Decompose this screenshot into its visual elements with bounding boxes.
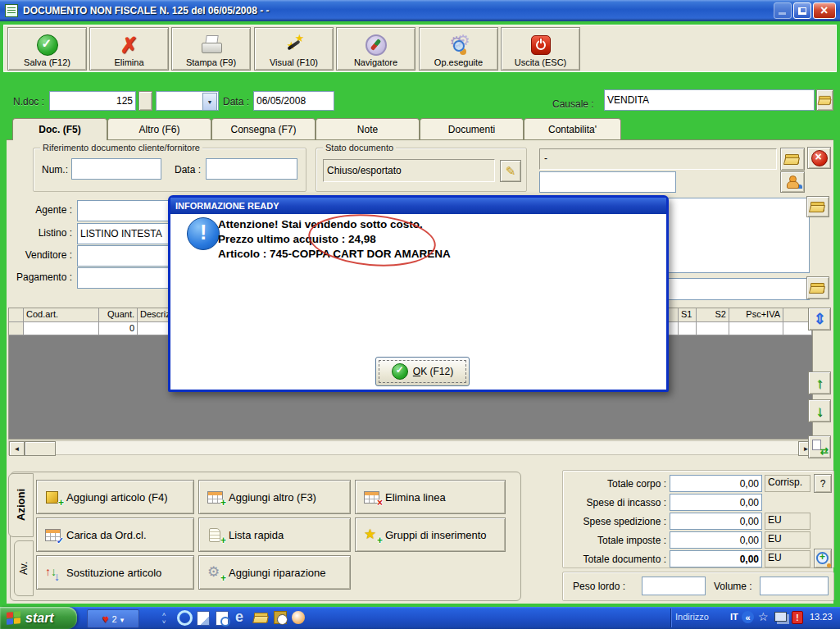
psciva-cell[interactable] <box>729 322 783 335</box>
substitute-article-button[interactable]: Sostituzione articolo <box>36 555 194 590</box>
tab-avanzate[interactable]: Av. <box>14 540 34 596</box>
spese-spedizione-input[interactable] <box>670 513 762 530</box>
scroll-left-button[interactable]: ◄ <box>9 441 25 456</box>
visual-button[interactable]: Visual (F10) <box>254 27 334 71</box>
s2-cell[interactable] <box>697 322 729 335</box>
num-input[interactable] <box>71 158 161 180</box>
detail-zoom-button[interactable] <box>814 549 832 568</box>
close-button[interactable] <box>813 2 836 19</box>
heart-toolbar-button[interactable]: 2 <box>87 609 139 628</box>
tab-documenti[interactable]: Documenti <box>420 118 524 139</box>
start-button[interactable]: start <box>0 607 77 629</box>
totale-documento-input[interactable] <box>670 550 762 567</box>
chevron-down-icon[interactable] <box>202 93 217 111</box>
quicklaunch-search-icon[interactable] <box>216 611 229 626</box>
ndoc-mini-button[interactable] <box>138 91 152 111</box>
tab-azioni[interactable]: Azioni <box>8 473 34 537</box>
grid-horizontal-scrollbar[interactable]: ◄ ► <box>8 440 813 455</box>
clear-button[interactable] <box>807 147 831 169</box>
doc-type-combobox[interactable] <box>156 91 219 111</box>
help-button[interactable]: ? <box>814 474 832 493</box>
volume-input[interactable] <box>760 577 829 595</box>
print-button[interactable]: Stampa (F9) <box>171 27 251 71</box>
grid-header-s2: S2 <box>697 308 729 322</box>
quicklaunch-player-icon[interactable] <box>292 611 305 624</box>
table-delete-icon <box>364 490 379 504</box>
minimize-button[interactable] <box>774 2 792 19</box>
restore-button[interactable] <box>793 2 811 19</box>
codart-cell[interactable] <box>24 322 99 335</box>
spese-incasso-input[interactable] <box>670 494 762 511</box>
star-add-icon <box>364 528 379 541</box>
heart-count: 2 <box>112 614 117 624</box>
tray-antivirus-icon[interactable] <box>792 611 803 624</box>
tab-contabilita[interactable]: Contabilita' <box>524 118 621 139</box>
data-input[interactable] <box>253 91 334 111</box>
quicklaunch-browser-icon[interactable] <box>235 608 251 624</box>
operations-button[interactable]: Op.eseguite <box>419 27 498 71</box>
quick-list-button[interactable]: Lista rapida <box>198 517 351 552</box>
move-up-button[interactable] <box>808 371 831 394</box>
causale-input[interactable] <box>604 89 815 111</box>
tab-altro[interactable]: Altro (F6) <box>107 118 211 139</box>
peso-lordo-input[interactable] <box>642 577 706 595</box>
taskbar-clock: 13.23 <box>810 612 833 622</box>
language-indicator[interactable]: IT <box>730 612 738 622</box>
causale-folder-button[interactable] <box>816 89 833 111</box>
scrollbar-thumb[interactable] <box>25 441 56 456</box>
destination-folder-button[interactable] <box>806 276 829 299</box>
person-search-button[interactable] <box>780 171 805 193</box>
row-selector-cell[interactable] <box>9 322 24 335</box>
grid-header-psciva: Psc+IVA <box>729 308 783 322</box>
rif-data-input[interactable] <box>206 158 297 180</box>
delete-line-button[interactable]: Elimina linea <box>355 480 506 514</box>
s1-cell[interactable] <box>679 322 697 335</box>
person-icon <box>785 175 800 189</box>
add-article-button[interactable]: Aggiungi articolo (F4) <box>36 480 194 514</box>
tab-consegna[interactable]: Consegna (F7) <box>211 118 316 139</box>
navigator-button[interactable]: Navigatore <box>336 27 415 71</box>
refresh-icon <box>811 440 828 454</box>
ok-button[interactable]: OK (F12) <box>375 357 470 386</box>
ref-folder-button[interactable] <box>780 148 805 171</box>
quicklaunch-folder-icon[interactable] <box>253 612 269 627</box>
gears-magnifier-icon <box>448 35 470 55</box>
totale-imposte-input[interactable] <box>670 531 762 549</box>
tray-network-icon[interactable] <box>774 612 787 622</box>
add-repair-button[interactable]: Aggiungi riparazione <box>198 555 351 590</box>
totale-corpo-input[interactable] <box>670 475 762 492</box>
refresh-button[interactable] <box>808 435 831 458</box>
tray-star-icon[interactable] <box>758 610 769 623</box>
causale-label: Causale : <box>552 98 594 110</box>
quant-cell[interactable]: 0 <box>99 322 138 335</box>
save-button[interactable]: Salva (F12) <box>7 27 87 71</box>
venditore-label: Venditore : <box>7 249 72 261</box>
indirizzo-label[interactable]: Indirizzo <box>675 612 709 622</box>
app-icon <box>5 4 18 17</box>
ref-code-input[interactable] <box>539 171 676 193</box>
pagamento-label: Pagamento : <box>7 271 72 283</box>
quicklaunch-messenger-icon[interactable] <box>177 610 193 626</box>
quicklaunch-clock-icon[interactable] <box>274 611 287 624</box>
tab-note[interactable]: Note <box>316 118 420 139</box>
table-add-icon <box>207 490 222 504</box>
move-down-button[interactable] <box>808 399 831 422</box>
client-folder-button[interactable] <box>806 196 829 217</box>
exit-button[interactable]: Uscita (ESC) <box>501 27 580 71</box>
add-other-button[interactable]: Aggiungi altro (F3) <box>198 480 351 514</box>
insert-groups-button[interactable]: Gruppi di inserimento <box>355 517 506 552</box>
stato-edit-button[interactable] <box>500 160 521 182</box>
extra-ref-box: - <box>539 148 777 170</box>
load-from-order-button[interactable]: Carica da Ord.cl. <box>36 517 194 552</box>
warning-dialog: INFORMAZIONE READY Attenzione! Stai vend… <box>168 195 669 392</box>
delete-button[interactable]: Elimina <box>89 27 169 71</box>
toolbar-chevrons[interactable]: ˄˅ <box>158 608 170 627</box>
tray-collapse-icon[interactable] <box>742 611 754 623</box>
pencil-icon <box>506 164 516 179</box>
quicklaunch-document-icon[interactable] <box>197 611 210 626</box>
grid-header-codart: Cod.art. <box>24 308 99 322</box>
ndoc-input[interactable] <box>49 91 136 111</box>
row-move-button[interactable] <box>808 308 831 330</box>
tab-doc[interactable]: Doc. (F5) <box>12 118 107 140</box>
delete-x-icon <box>120 34 138 56</box>
